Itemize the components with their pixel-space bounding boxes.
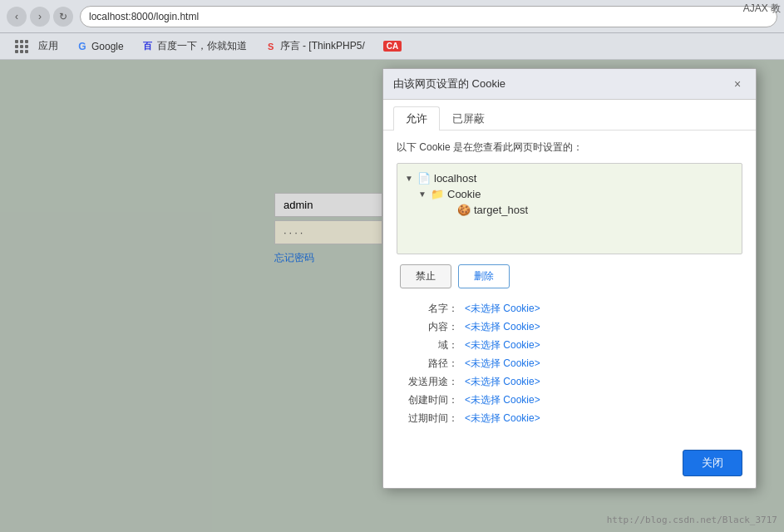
cookie-tree: ▼ 📄 localhost ▼ 📁 Cookie 🍪	[397, 163, 742, 254]
bookmark-baidu-label: 百度一下，你就知道	[157, 39, 247, 53]
tree-node-targethost[interactable]: 🍪 target_host	[444, 202, 735, 218]
bookmark-ca[interactable]: CA	[377, 38, 408, 54]
bookmark-google-label: Google	[91, 41, 124, 52]
detail-path-value: <未选择 Cookie>	[465, 357, 540, 371]
block-button[interactable]: 禁止	[400, 264, 451, 288]
tab-blocked-label: 已屏蔽	[452, 112, 485, 125]
detail-senduse-row: 发送用途： <未选择 Cookie>	[400, 375, 739, 389]
dialog-tabs: 允许 已屏蔽	[383, 100, 756, 131]
file-icon-localhost: 📄	[417, 172, 431, 185]
tab-blocked[interactable]: 已屏蔽	[440, 106, 497, 131]
xuyan-icon: S	[265, 41, 277, 52]
detail-created-row: 创建时间： <未选择 Cookie>	[400, 393, 739, 407]
main-area: 忘记密码 http://blog.csdn.net/Black_3717 由该网…	[0, 60, 784, 532]
bookmark-xuyan[interactable]: S 序言 - [ThinkPHP5/	[259, 37, 372, 56]
detail-created-label: 创建时间：	[400, 393, 458, 407]
detail-name-row: 名字： <未选择 Cookie>	[400, 302, 739, 316]
bookmark-apps[interactable]: 应用	[7, 36, 65, 57]
back-button[interactable]: ‹	[7, 7, 27, 27]
bookmark-apps-label: 应用	[38, 39, 58, 53]
bookmarks-bar: 应用 G Google 百 百度一下，你就知道 S 序言 - [ThinkPHP…	[0, 33, 784, 60]
browser-topbar: ‹ › ↻ localhost:8000/login.html AJAX 教	[0, 0, 784, 33]
close-dialog-button[interactable]: 关闭	[683, 450, 742, 476]
dialog-footer: 关闭	[383, 440, 756, 488]
nav-buttons: ‹ › ↻	[7, 7, 73, 27]
baidu-icon: 百	[142, 41, 154, 52]
detail-senduse-value: <未选择 Cookie>	[465, 375, 540, 389]
detail-senduse-label: 发送用途：	[400, 375, 458, 389]
cookie-item-icon: 🍪	[457, 204, 471, 216]
delete-button[interactable]: 删除	[458, 264, 510, 288]
tab-allow-label: 允许	[406, 112, 427, 125]
apps-grid-icon	[13, 38, 30, 55]
detail-content-label: 内容：	[400, 320, 458, 334]
cookie-details: 名字： <未选择 Cookie> 内容： <未选择 Cookie> 域： <未选…	[397, 302, 742, 426]
cookie-dialog: 由该网页设置的 Cookie × 允许 已屏蔽 以下 Cookie 是在您查看此…	[382, 68, 757, 489]
toggle-cookie: ▼	[417, 190, 427, 199]
detail-content-row: 内容： <未选择 Cookie>	[400, 320, 739, 334]
tree-label-targethost: target_host	[474, 204, 528, 216]
detail-content-value: <未选择 Cookie>	[465, 320, 540, 334]
detail-domain-value: <未选择 Cookie>	[465, 338, 540, 352]
dialog-close-x-button[interactable]: ×	[729, 76, 746, 92]
detail-expires-value: <未选择 Cookie>	[465, 411, 540, 426]
ca-icon: CA	[383, 41, 402, 52]
detail-domain-label: 域：	[400, 338, 458, 352]
ajax-label: AJAX 教	[740, 0, 784, 17]
bookmark-google[interactable]: G Google	[70, 38, 131, 55]
dialog-titlebar: 由该网页设置的 Cookie ×	[383, 69, 756, 100]
detail-name-value: <未选择 Cookie>	[465, 302, 540, 316]
refresh-button[interactable]: ↻	[53, 7, 73, 27]
tab-allow[interactable]: 允许	[393, 106, 440, 131]
detail-name-label: 名字：	[400, 302, 458, 316]
address-text: localhost:8000/login.html	[89, 11, 199, 22]
tree-node-cookie[interactable]: ▼ 📁 Cookie	[417, 186, 735, 202]
tree-child-cookie: ▼ 📁 Cookie 🍪 target_host	[417, 186, 735, 218]
tree-label-localhost: localhost	[434, 172, 476, 185]
detail-path-label: 路径：	[400, 357, 458, 371]
cookie-intro: 以下 Cookie 是在您查看此网页时设置的：	[397, 140, 742, 155]
detail-created-value: <未选择 Cookie>	[465, 393, 540, 407]
tree-node-localhost[interactable]: ▼ 📄 localhost	[404, 170, 735, 186]
bookmark-baidu[interactable]: 百 百度一下，你就知道	[136, 37, 254, 56]
google-icon: G	[76, 41, 88, 52]
detail-expires-label: 过期时间：	[400, 411, 458, 426]
dialog-title: 由该网页设置的 Cookie	[393, 76, 505, 91]
detail-path-row: 路径： <未选择 Cookie>	[400, 357, 739, 371]
folder-icon-cookie: 📁	[431, 188, 444, 200]
dialog-body: 以下 Cookie 是在您查看此网页时设置的： ▼ 📄 localhost ▼ …	[383, 131, 756, 440]
tree-label-cookie: Cookie	[447, 188, 481, 200]
action-buttons: 禁止 删除	[397, 264, 742, 288]
bookmark-xuyan-label: 序言 - [ThinkPHP5/	[280, 39, 365, 53]
detail-domain-row: 域： <未选择 Cookie>	[400, 338, 739, 352]
tree-grandchild-targethost: 🍪 target_host	[444, 202, 735, 218]
forward-button[interactable]: ›	[30, 7, 50, 27]
address-bar[interactable]: localhost:8000/login.html	[80, 6, 777, 27]
detail-expires-row: 过期时间： <未选择 Cookie>	[400, 411, 739, 426]
toggle-localhost: ▼	[404, 174, 414, 183]
